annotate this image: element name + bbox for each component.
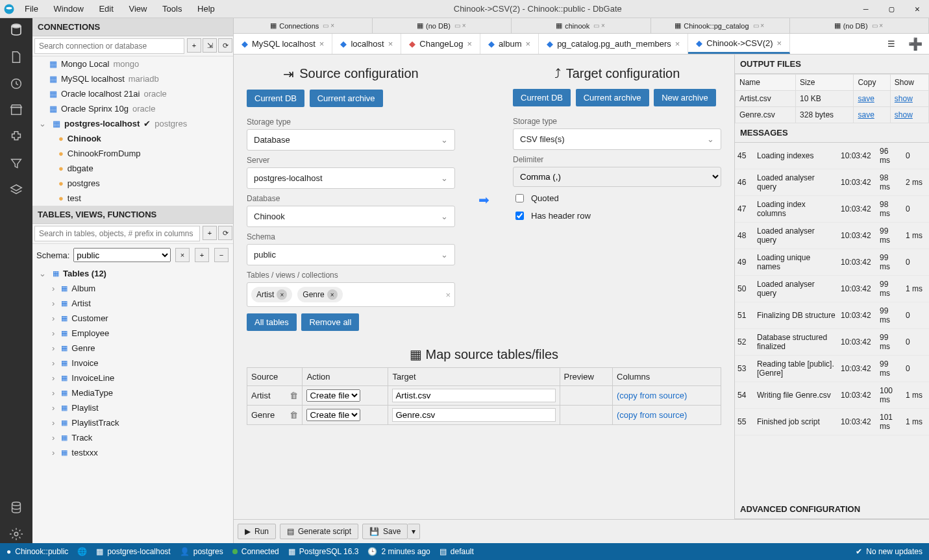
tab-list-icon[interactable]: ☰ xyxy=(881,34,902,54)
close-icon[interactable]: ▭ × xyxy=(871,22,885,29)
output-show-link[interactable]: show xyxy=(895,110,913,119)
generate-script-button[interactable]: ▤ Generate script xyxy=(280,524,358,539)
refresh-connections-button[interactable]: ⟳ xyxy=(218,38,232,53)
all-tables-button[interactable]: All tables xyxy=(247,313,297,331)
tables-group[interactable]: ▦Tables (12) xyxy=(32,266,233,281)
window-close-icon[interactable]: ✕ xyxy=(906,4,929,14)
schema-select[interactable]: public xyxy=(73,248,171,262)
database-item[interactable]: ●Chinook xyxy=(32,131,233,146)
source-schema-select[interactable]: public xyxy=(247,244,455,265)
source-storage-select[interactable]: Database xyxy=(247,129,455,151)
db-tab[interactable]: ▦chinook▭ × xyxy=(512,18,650,33)
table-item[interactable]: ▦Album xyxy=(32,281,233,296)
rail-file-icon[interactable] xyxy=(9,50,23,66)
connection-search-input[interactable] xyxy=(34,38,184,54)
rail-plugins-icon[interactable] xyxy=(9,130,23,146)
close-icon[interactable]: ▭ × xyxy=(453,22,467,29)
delete-row-icon[interactable]: 🗑 xyxy=(290,391,298,400)
remove-all-button[interactable]: Remove all xyxy=(301,313,359,331)
source-current-archive-button[interactable]: Current archive xyxy=(310,90,383,107)
close-icon[interactable]: × xyxy=(526,39,531,49)
header-row-checkbox[interactable] xyxy=(515,212,524,220)
database-item[interactable]: ●postgres xyxy=(32,176,233,191)
save-dropdown-button[interactable]: ▾ xyxy=(408,524,420,539)
window-maximize-icon[interactable]: ▢ xyxy=(880,4,903,14)
db-tab[interactable]: ▦(no DB)▭ × xyxy=(373,18,512,33)
menu-view[interactable]: View xyxy=(122,1,153,16)
table-item[interactable]: ▦InvoiceLine xyxy=(32,371,233,385)
status-user[interactable]: 👤 postgres xyxy=(180,547,223,556)
menu-edit[interactable]: Edit xyxy=(92,1,119,16)
copy-from-source-link[interactable]: (copy from source) xyxy=(617,391,687,400)
output-save-link[interactable]: save xyxy=(858,110,874,119)
close-icon[interactable]: × xyxy=(319,39,325,49)
rail-server-icon[interactable] xyxy=(9,500,23,517)
source-tables-chips[interactable]: Artist× Genre× × xyxy=(247,282,455,307)
editor-tab[interactable]: ◆MySQL localhost× xyxy=(234,34,332,54)
close-icon[interactable]: × xyxy=(467,39,473,49)
target-delimiter-select[interactable]: Comma (,) xyxy=(513,167,721,187)
connection-item[interactable]: ▦Oracle Sprinx 10g oracle xyxy=(32,101,233,116)
save-button[interactable]: 💾 Save xyxy=(362,524,408,539)
menu-window[interactable]: Window xyxy=(47,1,90,16)
rail-layers-icon[interactable] xyxy=(9,183,23,199)
table-item[interactable]: ▦Employee xyxy=(32,326,233,341)
close-icon[interactable]: × xyxy=(388,39,393,49)
database-item[interactable]: ●test xyxy=(32,191,233,206)
chip-remove-icon[interactable]: × xyxy=(277,289,287,300)
new-tab-button[interactable]: ➕ xyxy=(902,34,929,54)
table-item[interactable]: ▦testxxx xyxy=(32,445,233,460)
editor-tab[interactable]: ◆ChangeLog× xyxy=(401,34,480,54)
menu-help[interactable]: Help xyxy=(191,1,221,16)
copy-from-source-link[interactable]: (copy from source) xyxy=(617,410,687,420)
connection-item-expanded[interactable]: ▦postgres-localhost ✔ postgres xyxy=(32,116,233,131)
close-icon[interactable]: ▭ × xyxy=(592,22,606,29)
source-current-db-button[interactable]: Current DB xyxy=(247,90,304,107)
connection-item[interactable]: ▦Oracle localhost 21ai oracle xyxy=(32,86,233,101)
output-save-link[interactable]: save xyxy=(858,94,874,103)
target-storage-select[interactable]: CSV files(s) xyxy=(513,128,721,150)
tvf-refresh-button[interactable]: ⟳ xyxy=(218,226,232,240)
map-action-select[interactable]: Create file xyxy=(306,409,360,421)
table-item[interactable]: ▦Track xyxy=(32,430,233,445)
quoted-checkbox[interactable] xyxy=(515,194,524,202)
window-minimize-icon[interactable]: — xyxy=(854,4,878,14)
delete-row-icon[interactable]: 🗑 xyxy=(290,410,298,420)
editor-tab[interactable]: ◆localhost× xyxy=(332,34,401,54)
table-item[interactable]: ▦Genre xyxy=(32,341,233,356)
target-new-archive-button[interactable]: New archive xyxy=(654,89,716,106)
target-current-db-button[interactable]: Current DB xyxy=(513,89,571,106)
map-target-input[interactable] xyxy=(392,408,555,422)
close-icon[interactable]: × xyxy=(675,39,680,49)
status-schema[interactable]: ▤ default xyxy=(440,547,474,556)
run-button[interactable]: ▶ Run xyxy=(238,524,276,539)
rail-filter-icon[interactable] xyxy=(9,156,23,173)
close-icon[interactable]: ▭ × xyxy=(321,22,336,29)
tvf-search-input[interactable] xyxy=(34,226,200,241)
advanced-config-header[interactable]: ADVANCED CONFIGURATION xyxy=(735,500,929,519)
status-database[interactable]: ● Chinook::public xyxy=(6,547,68,556)
editor-tab[interactable]: ◆Chinook->CSV(2)× xyxy=(688,34,790,54)
rail-database-icon[interactable] xyxy=(8,22,24,40)
close-icon[interactable]: × xyxy=(777,38,782,48)
rail-archive-icon[interactable] xyxy=(9,103,23,119)
map-action-select[interactable]: Create file xyxy=(306,389,360,402)
menu-file[interactable]: File xyxy=(18,1,45,16)
db-tab[interactable]: ▦Connections▭ × xyxy=(234,18,373,33)
table-item[interactable]: ▦Artist xyxy=(32,296,233,311)
table-item[interactable]: ▦Invoice xyxy=(32,356,233,371)
status-updates[interactable]: ✔ No new updates xyxy=(856,547,923,556)
add-connection-button[interactable]: + xyxy=(187,38,201,53)
database-item[interactable]: ●dbgate xyxy=(32,161,233,176)
output-show-link[interactable]: show xyxy=(895,94,913,103)
close-icon[interactable]: ▭ × xyxy=(752,22,766,29)
table-item[interactable]: ▦MediaType xyxy=(32,385,233,400)
database-item[interactable]: ●ChinookFromDump xyxy=(32,146,233,161)
status-connection[interactable]: ▦ postgres-localhost xyxy=(96,547,170,556)
schema-add-button[interactable]: + xyxy=(195,248,209,262)
rail-history-icon[interactable] xyxy=(9,77,23,93)
table-item[interactable]: ▦Customer xyxy=(32,311,233,326)
editor-tab[interactable]: ◆pg_catalog.pg_auth_members× xyxy=(539,34,688,54)
map-target-input[interactable] xyxy=(392,389,555,402)
table-item[interactable]: ▦PlaylistTrack xyxy=(32,415,233,430)
